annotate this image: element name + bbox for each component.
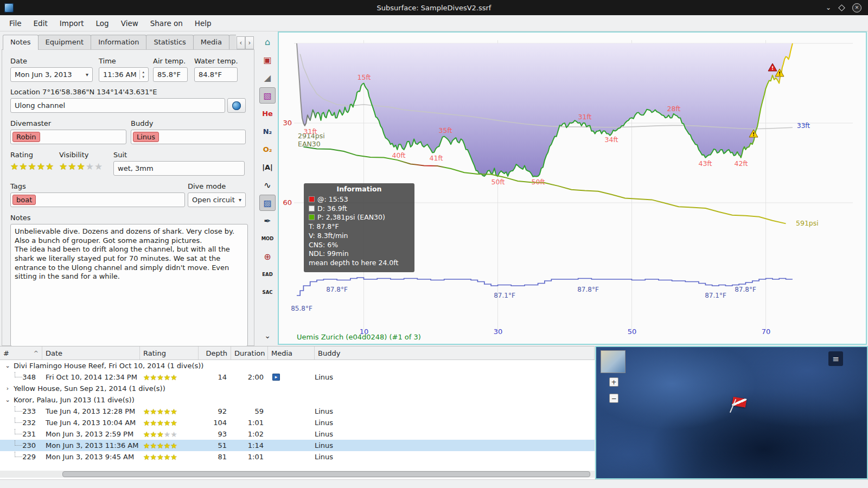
map-menu-button[interactable]: ≡ xyxy=(828,351,843,366)
tab-media[interactable]: Media xyxy=(193,35,229,50)
water-temp-field[interactable]: 84.8°F xyxy=(194,67,238,82)
star-icon: ★ xyxy=(150,407,157,416)
column-header-depth[interactable]: Depth xyxy=(199,346,231,359)
pp-he-toggle[interactable]: He xyxy=(259,105,276,121)
dive-row[interactable]: 348Fri Oct 10, 2014 12:34 PM★★★★★142:00▸… xyxy=(0,371,595,383)
tag-chip[interactable]: boat xyxy=(12,195,36,205)
column-header-rating[interactable]: Rating xyxy=(140,346,199,359)
column-header-duration[interactable]: Duration xyxy=(231,346,268,359)
column-header-date[interactable]: Date xyxy=(42,346,140,359)
depth-annotation: 41ft xyxy=(430,154,443,162)
buddy-input[interactable]: Linus xyxy=(131,130,246,144)
star-icon: ★ xyxy=(164,419,171,427)
dive-row[interactable]: 230Mon Jun 3, 2013 11:36 AM★★★★★511:14Li… xyxy=(0,440,595,451)
menu-view[interactable]: View xyxy=(115,16,144,30)
dive-row[interactable]: 231Mon Jun 3, 2013 2:59 PM★★★★★931:02Lin… xyxy=(0,428,595,440)
menu-log[interactable]: Log xyxy=(90,16,115,30)
dive-buddy: Linus xyxy=(315,406,595,417)
menu-import[interactable]: Import xyxy=(54,16,90,30)
maximize-button[interactable] xyxy=(838,4,845,11)
info-box-row: D: 36.9ft xyxy=(309,204,410,214)
minimize-button[interactable]: ⌄ xyxy=(826,4,831,11)
scale-graph-button[interactable]: ▧ xyxy=(259,87,276,104)
tab-equipment[interactable]: Equipment xyxy=(38,35,92,50)
status-strip xyxy=(0,479,868,488)
profile-picture-button[interactable]: ▣ xyxy=(259,52,276,68)
mod-toggle[interactable]: MOD xyxy=(259,230,276,247)
menu-edit[interactable]: Edit xyxy=(28,16,54,30)
suit-value: wet, 3mm xyxy=(118,164,154,172)
tab-notes[interactable]: Notes xyxy=(3,35,39,50)
air-temp-field[interactable]: 85.8°F xyxy=(153,67,188,82)
visibility-stars[interactable]: ★★★★★ xyxy=(59,161,113,172)
water-temp-label: Water temp. xyxy=(194,57,238,65)
close-button[interactable]: ✕ xyxy=(852,3,861,12)
dive-depth: 81 xyxy=(199,451,231,463)
photos-toggle[interactable]: ▨ xyxy=(259,195,276,211)
dive-site-flag-marker[interactable] xyxy=(731,397,750,416)
caret-right-icon[interactable]: › xyxy=(4,385,11,392)
time-spinner[interactable]: 11:36 AM ▴ ▾ xyxy=(99,67,149,82)
trip-row[interactable]: ›Yellow House, Sun Sep 21, 2014 (1 dive(… xyxy=(0,383,595,394)
tab-scroll-left-button[interactable]: ‹ xyxy=(237,36,245,49)
spin-down-icon[interactable]: ▾ xyxy=(142,75,144,80)
horizontal-scrollbar[interactable] xyxy=(0,471,595,478)
dive-rating: ★★★★★ xyxy=(140,371,199,383)
buddy-tag[interactable]: Linus xyxy=(133,132,159,142)
notes-textarea[interactable]: Unbelievable dive. Dozens and dozens of … xyxy=(10,224,248,346)
star-icon: ★ xyxy=(170,419,177,427)
pp-n2-toggle[interactable]: N₂ xyxy=(259,123,276,139)
map-overview-inset[interactable] xyxy=(601,350,626,373)
menu-file[interactable]: File xyxy=(3,16,28,30)
star-icon: ★ xyxy=(157,407,164,416)
pp-o2-toggle[interactable]: O₂ xyxy=(259,141,276,157)
map-location-button[interactable] xyxy=(227,98,246,113)
tags-input[interactable]: boat xyxy=(10,192,185,207)
rating-stars[interactable]: ★★★★★ xyxy=(10,161,59,172)
tab-statistics[interactable]: Statistics xyxy=(146,35,193,50)
profile-home-button[interactable]: ⌂ xyxy=(259,34,276,50)
suit-input[interactable]: wet, 3mm xyxy=(113,161,245,176)
trip-row[interactable]: ⌄Divi Flamingo House Reef, Fri Oct 10, 2… xyxy=(0,360,595,371)
divemaster-tag[interactable]: Robin xyxy=(12,132,40,142)
trip-row[interactable]: ⌄Koror, Palau, Jun 2013 (11 dive(s)) xyxy=(0,394,595,406)
dive-computer-name: Uemis Zurich (e04d0248) (#1 of 3) xyxy=(297,333,421,341)
dive-profile-panel[interactable]: 2914psiEAN30591psi30601030507031ft15ft40… xyxy=(278,31,867,345)
tissues-toggle[interactable]: |A| xyxy=(259,159,276,175)
media-icon[interactable]: ▸ xyxy=(272,374,280,381)
trip-label: Yellow House, Sun Sep 21, 2014 (1 dive(s… xyxy=(14,384,165,393)
time-label: Time xyxy=(99,57,153,65)
map-zoom-out-button[interactable]: − xyxy=(609,394,618,403)
gas-change-button[interactable]: ✒ xyxy=(259,213,276,229)
dive-media xyxy=(268,417,315,428)
caret-down-icon[interactable]: ⌄ xyxy=(4,362,11,369)
tab-e[interactable]: E xyxy=(229,35,236,50)
date-select[interactable]: Mon Jun 3, 2013 ▾ xyxy=(10,67,93,82)
dive-row[interactable]: 233Tue Jun 4, 2013 12:28 PM★★★★★9259Linu… xyxy=(0,406,595,417)
dive-site-map[interactable]: + − ≡ xyxy=(595,346,868,479)
air-temp-label: Air temp. xyxy=(153,57,194,65)
column-header-num[interactable]: #^ xyxy=(0,346,42,359)
heart-rate-toggle[interactable]: ∿ xyxy=(259,177,276,193)
ruler-button[interactable]: ◢ xyxy=(259,69,276,86)
spin-up-icon[interactable]: ▴ xyxy=(142,70,144,75)
menu-share-on[interactable]: Share on xyxy=(144,16,189,30)
dc-ceiling-toggle[interactable]: ⊕ xyxy=(259,248,276,265)
column-header-buddy[interactable]: Buddy xyxy=(315,346,595,359)
divemaster-input[interactable]: Robin xyxy=(10,130,126,144)
map-zoom-in-button[interactable]: + xyxy=(609,377,618,387)
sac-toggle[interactable]: SAC xyxy=(259,284,276,300)
collapse-toolbar-button[interactable]: ⌄ xyxy=(259,328,276,344)
dive-row[interactable]: 229Mon Jun 3, 2013 9:45 AM★★★★★811:01Lin… xyxy=(0,451,595,463)
caret-down-icon[interactable]: ⌄ xyxy=(4,396,11,403)
column-header-media[interactable]: Media xyxy=(268,346,315,359)
tags-label: Tags xyxy=(10,182,188,190)
scrollbar-thumb[interactable] xyxy=(62,471,590,477)
dive-row[interactable]: 232Tue Jun 4, 2013 10:04 AM★★★★★1041:01L… xyxy=(0,417,595,428)
dive-mode-select[interactable]: Open circuit ▾ xyxy=(188,192,246,207)
tab-scroll-right-button[interactable]: › xyxy=(245,36,254,49)
tab-information[interactable]: Information xyxy=(91,35,146,50)
ead-toggle[interactable]: EAD xyxy=(259,266,276,282)
location-input[interactable]: Ulong channel xyxy=(10,98,225,113)
menu-help[interactable]: Help xyxy=(189,16,218,30)
